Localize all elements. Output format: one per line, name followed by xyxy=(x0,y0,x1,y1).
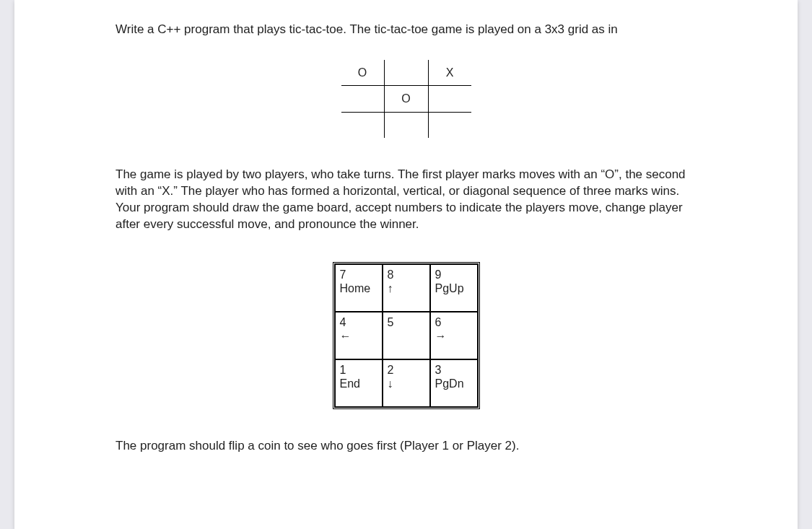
board-cell xyxy=(428,112,471,138)
key-number: 8 xyxy=(388,268,425,281)
key-number: 5 xyxy=(388,315,425,329)
tictactoe-board-wrap: O X O xyxy=(115,60,697,138)
key-number: 4 xyxy=(340,315,377,329)
key-number: 2 xyxy=(388,363,425,377)
paragraph-rules: The game is played by two players, who t… xyxy=(115,167,697,233)
key-number: 1 xyxy=(340,363,377,377)
key-label: End xyxy=(340,377,377,390)
keypad-key-7: 7 Home xyxy=(335,264,383,312)
board-cell: X xyxy=(428,60,471,86)
key-label: Home xyxy=(340,281,377,295)
keypad-key-1: 1 End xyxy=(335,359,383,407)
key-label: PgUp xyxy=(435,281,473,295)
keypad-key-3: 3 PgDn xyxy=(430,359,478,407)
keypad-key-8: 8 ↑ xyxy=(383,264,430,312)
key-number: 7 xyxy=(340,268,377,281)
key-label: PgDn xyxy=(435,377,473,390)
key-number: 3 xyxy=(435,363,473,377)
tictactoe-board: O X O xyxy=(341,60,471,138)
keypad-key-4: 4 ← xyxy=(335,312,383,359)
keypad: 7 Home 8 ↑ 9 PgUp 4 ← 5 6 → xyxy=(333,262,480,409)
key-label: ← xyxy=(340,329,377,343)
board-cell: O xyxy=(341,60,385,86)
document-page: Write a C++ program that plays tic-tac-t… xyxy=(14,0,798,529)
board-cell xyxy=(428,86,471,112)
key-label: ↓ xyxy=(388,377,425,390)
keypad-key-6: 6 → xyxy=(430,312,478,359)
keypad-key-5: 5 xyxy=(383,312,430,359)
board-cell: O xyxy=(385,86,428,112)
keypad-key-2: 2 ↓ xyxy=(383,359,430,407)
keypad-key-9: 9 PgUp xyxy=(430,264,478,312)
board-cell xyxy=(341,112,385,138)
board-cell xyxy=(385,112,428,138)
key-number: 6 xyxy=(435,315,473,329)
paragraph-intro: Write a C++ program that plays tic-tac-t… xyxy=(115,22,697,38)
key-label: → xyxy=(435,329,473,343)
keypad-wrap: 7 Home 8 ↑ 9 PgUp 4 ← 5 6 → xyxy=(115,262,697,409)
board-cell xyxy=(385,60,428,86)
key-label: ↑ xyxy=(388,281,425,295)
paragraph-coinflip: The program should flip a coin to see wh… xyxy=(115,438,697,455)
board-cell xyxy=(341,86,385,112)
key-number: 9 xyxy=(435,268,473,281)
